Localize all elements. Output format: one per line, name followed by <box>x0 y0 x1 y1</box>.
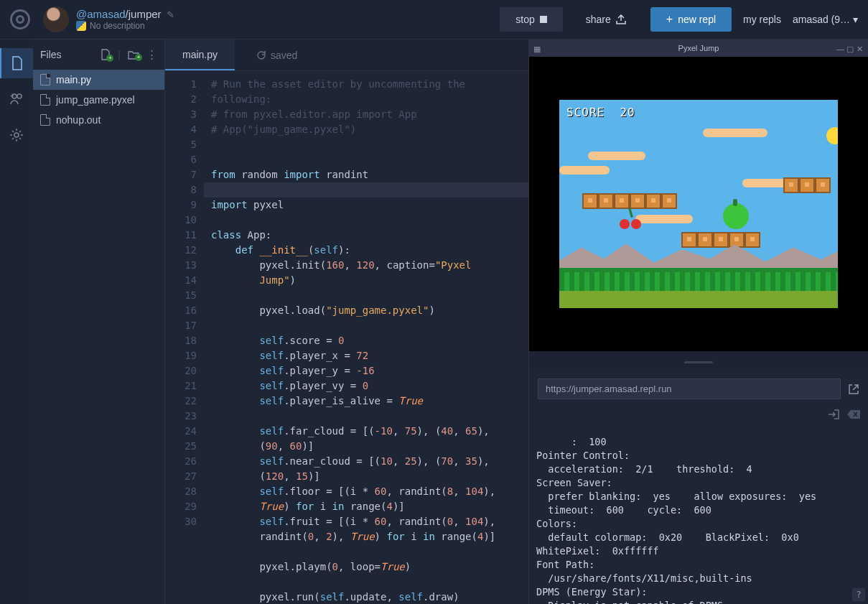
project-title[interactable]: @amasad/jumper ✎ <box>76 8 174 21</box>
console-login-icon[interactable] <box>828 409 839 419</box>
new-repl-button[interactable]: +new repl <box>650 7 732 32</box>
files-header: Files + | + ⋮ <box>33 40 164 70</box>
sun-sprite <box>826 127 838 144</box>
game-output: ▦ Pyxel Jump ― ▢ ✕ SCORE 20 <box>529 40 868 351</box>
pane-resize-handle[interactable] <box>529 351 868 373</box>
multiplayer-nav-icon[interactable]: + <box>0 84 33 114</box>
svg-point-3 <box>14 133 19 137</box>
console-text: : 100 Pointer Control: acceleration: 2/1… <box>536 436 822 604</box>
refresh-icon <box>256 50 266 60</box>
platform-sprite <box>681 232 760 248</box>
left-rail: + <box>0 40 33 604</box>
ground-sprite <box>559 291 838 308</box>
new-file-icon[interactable]: + <box>101 49 111 60</box>
platform-sprite <box>783 177 831 193</box>
platform-sprite <box>582 193 677 209</box>
my-repls-link[interactable]: my repls <box>739 14 785 25</box>
stop-icon <box>540 16 547 23</box>
window-icon: ▦ <box>533 45 541 52</box>
python-icon <box>76 21 86 31</box>
project-info: @amasad/jumper ✎ No description <box>76 8 174 31</box>
edit-name-icon[interactable]: ✎ <box>167 9 174 20</box>
settings-nav-icon[interactable] <box>0 120 33 150</box>
project-name: jumper <box>129 8 162 20</box>
game-canvas[interactable]: SCORE 20 <box>529 57 868 351</box>
cherry-sprite <box>620 208 644 229</box>
console-output[interactable]: : 100 Pointer Control: acceleration: 2/1… <box>529 405 868 604</box>
file-row[interactable]: nohup.out <box>33 110 164 130</box>
file-name: nohup.out <box>56 114 101 126</box>
minimize-icon[interactable]: ― <box>836 45 844 52</box>
code-editor[interactable]: 1234567891011121314151617181920212223242… <box>165 71 528 604</box>
saved-indicator: saved <box>256 50 297 61</box>
open-external-icon[interactable] <box>848 384 859 395</box>
cloud-sprite <box>703 129 767 137</box>
main-area: + Files + | + ⋮ main.pyjump_game.pyxelno… <box>0 40 868 604</box>
file-icon <box>40 74 50 85</box>
file-row[interactable]: jump_game.pyxel <box>33 90 164 110</box>
svg-text:+: + <box>10 93 14 100</box>
replit-logo-icon[interactable] <box>10 9 30 29</box>
pixel-game-scene: SCORE 20 <box>559 100 838 308</box>
line-gutter: 1234567891011121314151617181920212223242… <box>165 71 204 604</box>
files-panel: Files + | + ⋮ main.pyjump_game.pyxelnohu… <box>33 40 165 604</box>
editor-column: main.py saved 12345678910111213141516171… <box>165 40 528 604</box>
files-menu-icon[interactable]: ⋮ <box>146 48 157 61</box>
close-icon[interactable]: ✕ <box>857 45 864 52</box>
trees-sprite <box>559 268 838 292</box>
cloud-sprite <box>559 166 610 175</box>
url-bar <box>529 373 868 405</box>
user-menu[interactable]: amasad (9… ▾ <box>793 14 858 25</box>
file-icon <box>40 114 50 126</box>
file-name: main.py <box>56 74 91 85</box>
help-icon[interactable]: ? <box>852 588 865 601</box>
editor-tabs: main.py saved <box>165 40 528 71</box>
project-description: No description <box>76 21 174 31</box>
apple-sprite <box>723 203 749 229</box>
file-icon <box>40 94 50 106</box>
maximize-icon[interactable]: ▢ <box>846 45 854 52</box>
owner-link[interactable]: @amasad <box>76 8 126 20</box>
tab-main-py[interactable]: main.py <box>165 40 235 70</box>
svg-point-1 <box>17 94 22 98</box>
repl-url-input[interactable] <box>538 378 841 399</box>
cloud-sprite <box>635 215 693 223</box>
output-column: ▦ Pyxel Jump ― ▢ ✕ SCORE 20 <box>528 40 868 604</box>
share-icon <box>616 14 627 24</box>
avatar[interactable] <box>43 6 69 32</box>
file-row[interactable]: main.py <box>33 70 164 90</box>
file-name: jump_game.pyxel <box>56 94 135 106</box>
game-window-titlebar[interactable]: ▦ Pyxel Jump ― ▢ ✕ <box>529 40 868 57</box>
cloud-sprite <box>588 152 645 160</box>
share-button[interactable]: share <box>570 7 643 32</box>
new-folder-icon[interactable]: + <box>128 50 139 60</box>
console-clear-icon[interactable] <box>846 409 861 419</box>
top-bar: @amasad/jumper ✎ No description stop sha… <box>0 0 868 40</box>
stop-button[interactable]: stop <box>500 7 562 32</box>
code-area[interactable]: # Run the asset editor by uncommenting t… <box>204 71 528 604</box>
files-nav-icon[interactable] <box>0 48 33 78</box>
files-title: Files <box>40 49 62 60</box>
